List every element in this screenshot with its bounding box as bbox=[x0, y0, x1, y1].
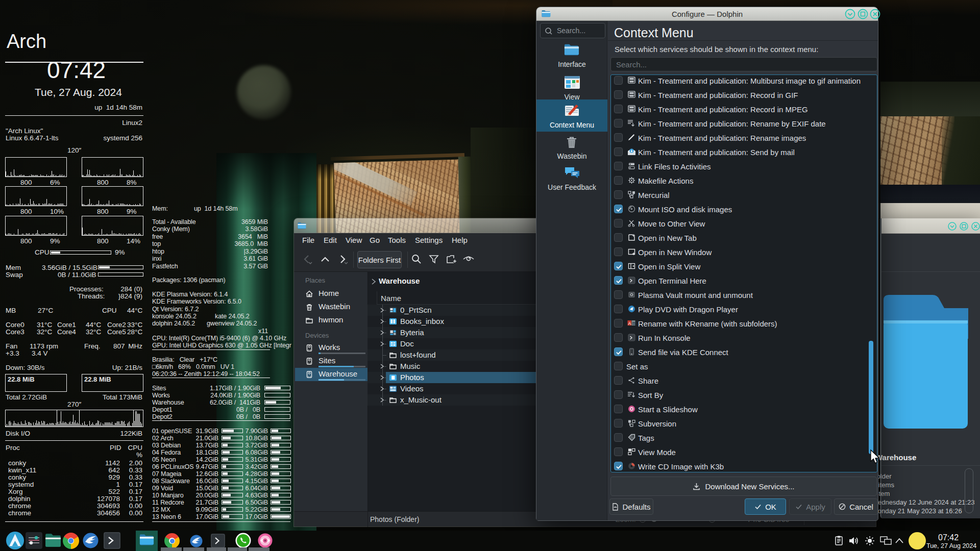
svg-text:B: B bbox=[632, 321, 635, 326]
svg-text:A: A bbox=[628, 321, 631, 326]
